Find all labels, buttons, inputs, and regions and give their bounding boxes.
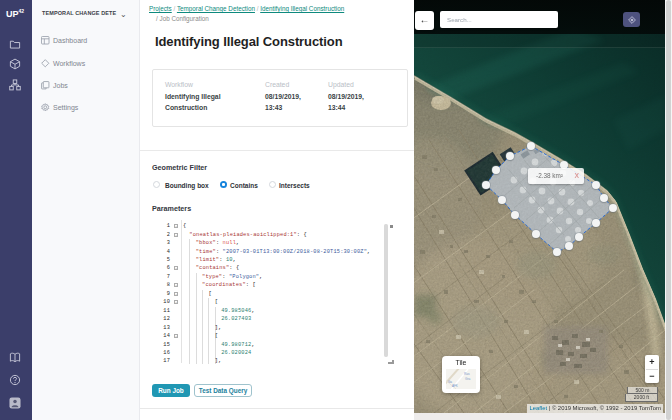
svg-text:Gra: Gra	[465, 377, 471, 381]
svg-text:Ras: Ras	[464, 372, 470, 376]
svg-text:AFK: AFK	[452, 384, 458, 388]
